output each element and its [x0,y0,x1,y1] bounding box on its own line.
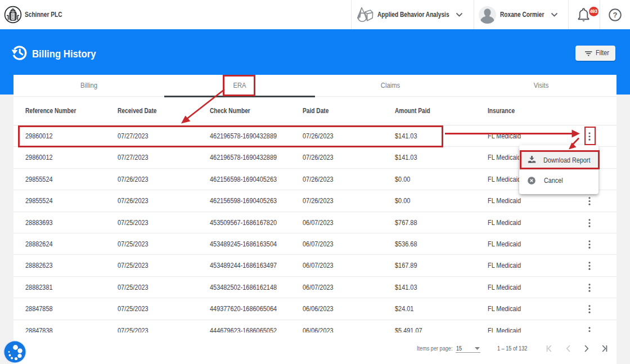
svg-text:?: ? [613,11,618,19]
